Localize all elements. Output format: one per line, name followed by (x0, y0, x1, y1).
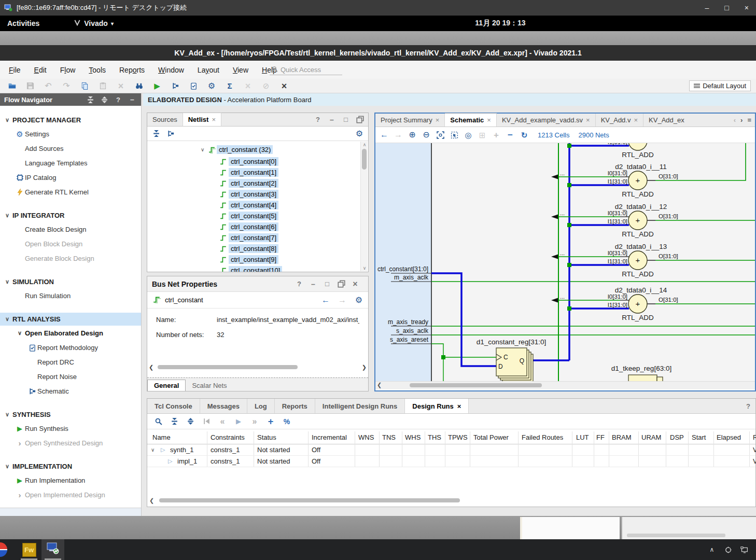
tray-status-icon[interactable] (723, 545, 733, 554)
flow-item-schematic[interactable]: Schematic (0, 384, 141, 398)
netlist-vscrollbar[interactable]: ∧∨ (360, 142, 368, 271)
chevron-down-icon[interactable]: ∨ (201, 147, 204, 152)
gear-blue-icon[interactable]: ⚙ (15, 129, 24, 138)
flow-section-simulation[interactable]: ∨SIMULATION (0, 275, 141, 288)
cells-count-link[interactable]: 1213 Cells (538, 131, 569, 139)
column-header-whs[interactable]: WHS (405, 433, 421, 441)
column-header-ths[interactable]: THS (428, 433, 441, 441)
flow-item-run-synthesis[interactable]: ▶Run Synthesis (0, 421, 141, 436)
flow-section-synthesis[interactable]: ∨SYNTHESIS (0, 408, 141, 421)
net-green-icon[interactable] (220, 222, 227, 232)
rdp-maximize-button[interactable]: □ (724, 4, 729, 12)
collapse-all-icon[interactable] (170, 417, 179, 426)
close-tab-icon[interactable]: × (212, 116, 216, 123)
column-header-wns[interactable]: WNS (358, 433, 374, 441)
results-tab-log[interactable]: Log (247, 399, 275, 413)
menu-view[interactable]: View (226, 66, 255, 74)
flow-section-implementation[interactable]: ∨IMPLEMENTATION (0, 460, 141, 473)
find-binoculars-icon[interactable] (134, 81, 144, 91)
flow-item-generate-block-design[interactable]: Generate Block Design (0, 251, 141, 265)
redo-icon[interactable]: ↷ (62, 81, 71, 91)
chevron-down-icon[interactable]: ∨ (151, 447, 155, 453)
undo-icon[interactable]: ↶ (44, 81, 53, 91)
layout-selector[interactable]: Default Layout (689, 80, 751, 91)
net-green-icon[interactable] (220, 179, 227, 188)
column-header-bram[interactable]: BRAM (612, 433, 632, 441)
zoom-out-icon[interactable]: ⊖ (422, 130, 431, 139)
maximize-box-icon[interactable]: □ (323, 279, 332, 289)
results-tab-tcl-console[interactable]: Tcl Console (147, 399, 200, 413)
zoom-selection-icon[interactable] (450, 130, 459, 139)
column-header-dsp[interactable]: DSP (670, 433, 684, 441)
schematic-port-label[interactable]: m_axis_aclk (394, 274, 429, 281)
tab-scroll-right-icon[interactable]: › (740, 116, 743, 124)
document-tab-project-summary[interactable]: Project Summary× (375, 114, 445, 127)
arrow-back-icon[interactable]: ← (321, 296, 330, 305)
zoom-in-icon[interactable]: ⊕ (408, 130, 417, 139)
column-header-start[interactable]: Start (692, 433, 706, 441)
arrow-forward-icon[interactable]: → (338, 296, 347, 305)
column-header-failed-routes[interactable]: Failed Routes (522, 433, 563, 441)
flow-item-run-simulation[interactable]: Run Simulation (0, 288, 141, 303)
nets-count-link[interactable]: 2900 Nets (578, 131, 609, 139)
taskbar-fireworks-button[interactable]: Fw (18, 539, 40, 560)
column-header-total-power[interactable]: Total Power (473, 433, 509, 441)
arrow-back-icon[interactable]: ← (380, 130, 389, 139)
settings-gear-icon[interactable]: ⚙ (207, 81, 216, 91)
column-header-tpws[interactable]: TPWS (448, 433, 468, 441)
minus-blue-icon[interactable]: − (506, 130, 515, 139)
quick-access-input[interactable]: Quick Access (270, 64, 342, 75)
expand-all-icon[interactable] (186, 417, 195, 426)
chevron-right-gray-icon[interactable]: › (15, 490, 24, 499)
save-icon[interactable] (25, 81, 35, 91)
menu-layout[interactable]: Layout (191, 66, 226, 74)
column-header-uram[interactable]: URAM (641, 433, 661, 441)
clock[interactable]: 11月 20 19：13 (467, 19, 534, 28)
close-tab-icon[interactable]: × (436, 116, 440, 124)
float-frames-icon[interactable] (337, 279, 346, 289)
schematic-port-label[interactable]: ctrl_constant[31:0] (377, 265, 428, 273)
play-outline-icon[interactable]: ▷ (161, 446, 165, 453)
net-green-icon[interactable] (220, 266, 227, 272)
previous-object-button[interactable]: ← (321, 296, 330, 305)
plus-blue-icon[interactable]: + (266, 417, 275, 426)
schematic-port-label[interactable]: m_axis_tready (388, 318, 428, 326)
flow-section-ip-integrator[interactable]: ∨IP INTEGRATOR (0, 209, 141, 222)
maximize-box-icon[interactable]: □ (341, 115, 351, 124)
delete-cross-icon[interactable]: × (116, 81, 125, 91)
folder-open-icon[interactable] (7, 81, 17, 91)
ip-catalog-icon[interactable] (15, 173, 24, 182)
document-tab-kv-add-ex[interactable]: KV_Add_ex (643, 114, 690, 127)
rdp-close-button[interactable]: × (745, 4, 749, 12)
settings-gear-icon[interactable]: ⚙ (355, 129, 364, 138)
flow-item-open-elaborated-design[interactable]: ∨Open Elaborated Design (0, 326, 141, 340)
close-tab-icon[interactable]: × (634, 116, 638, 124)
system-tray[interactable]: ∧ (707, 545, 756, 554)
menu-flow[interactable]: Flow (53, 66, 82, 74)
bus-green-icon[interactable] (152, 295, 161, 304)
menu-reports[interactable]: Reports (113, 66, 151, 74)
app-menu[interactable]: Vivado ▾ (74, 19, 114, 27)
bolt-icon[interactable] (15, 187, 24, 197)
flow-item-run-implementation[interactable]: ▶Run Implementation (0, 473, 141, 487)
properties-tab-scalar-nets[interactable]: Scalar Nets (186, 380, 233, 391)
cancel-cross-icon[interactable]: × (243, 81, 253, 91)
activities-button[interactable]: Activities (7, 19, 39, 27)
help-q-icon[interactable]: ? (313, 115, 323, 124)
refresh-icon[interactable]: ↻ (520, 130, 529, 139)
document-tab-schematic[interactable]: Schematic× (445, 113, 497, 127)
flow-section-project-manager[interactable]: ∨PROJECT MANAGER (0, 114, 141, 127)
document-tab-kv-add-example-vadd-sv[interactable]: KV_Add_example_vadd.sv× (497, 114, 596, 127)
percent-icon[interactable]: % (282, 417, 291, 426)
flow-item-settings[interactable]: ⚙Settings (0, 127, 141, 141)
tab-menu-icon[interactable]: ≡ (747, 116, 751, 124)
flow-item-open-implemented-design[interactable]: ›Open Implemented Design (0, 487, 141, 502)
float-frames-icon[interactable] (355, 115, 365, 124)
net-green-icon[interactable] (220, 190, 227, 199)
sum-sigma-icon[interactable]: Σ (225, 81, 234, 91)
schematic-port-label[interactable]: s_axis_aclk (396, 327, 429, 334)
help-light-icon[interactable]: ? (114, 95, 123, 104)
results-help-button[interactable]: ? (746, 399, 755, 413)
menu-window[interactable]: Window (151, 66, 191, 74)
copy-file-icon[interactable] (80, 81, 89, 91)
